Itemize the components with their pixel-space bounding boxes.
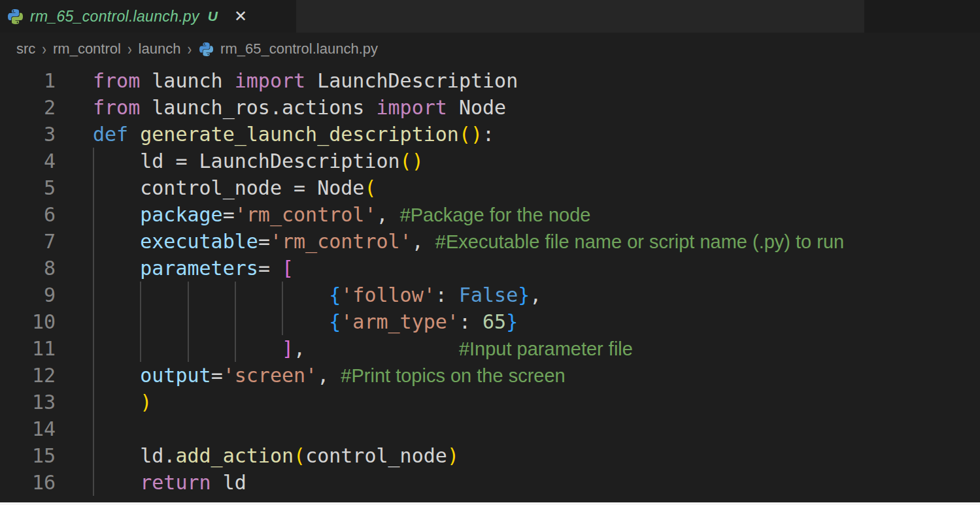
code-token: ): [140, 391, 152, 414]
line-number: 9: [0, 282, 56, 308]
code-line[interactable]: 4 ld = LaunchDescription(): [0, 148, 980, 174]
code-token: :: [459, 310, 482, 333]
code-token: [93, 391, 140, 414]
code-token: (: [294, 444, 305, 467]
code-line[interactable]: 3def generate_launch_description():: [0, 121, 980, 148]
code-token: :: [482, 123, 494, 146]
vscode-editor-window: rm_65_control.launch.py U ✕ src › rm_con…: [0, 0, 980, 505]
code-token: return: [140, 471, 211, 494]
code-token: }: [518, 284, 530, 306]
line-number: 5: [0, 174, 56, 201]
code-token: launch: [140, 69, 235, 92]
line-number: 15: [0, 442, 56, 469]
code-token: generate_launch_description: [140, 123, 459, 146]
code-token: {: [329, 284, 341, 306]
code-token: (: [364, 176, 376, 199]
code-content: {'arm_type': 65}: [93, 308, 518, 335]
line-number: 3: [0, 121, 56, 148]
code-token: control_node: [305, 444, 447, 467]
breadcrumb-item-file[interactable]: rm_65_control.launch.py: [220, 41, 378, 57]
line-number: 2: [0, 94, 56, 121]
line-number: 12: [0, 362, 56, 389]
python-file-icon: [199, 42, 213, 56]
line-number: 14: [0, 415, 56, 442]
code-token: False: [459, 284, 518, 306]
line-number: 8: [0, 255, 56, 282]
tab-filename: rm_65_control.launch.py: [30, 8, 199, 25]
code-token: package: [140, 203, 222, 226]
code-comment: #Package for the node: [400, 204, 591, 225]
code-content: control_node = Node(: [93, 174, 376, 201]
line-number: 16: [0, 469, 56, 496]
code-content: ld = LaunchDescription(): [93, 148, 424, 174]
code-content: from launch import LaunchDescription: [93, 67, 518, 94]
code-token: =: [258, 257, 282, 280]
code-content: def generate_launch_description():: [93, 121, 494, 148]
window-bottom-edge: [0, 502, 980, 505]
code-line[interactable]: 5 control_node = Node(: [0, 174, 980, 201]
line-number: 13: [0, 389, 56, 415]
code-line[interactable]: 14: [0, 415, 980, 442]
code-token: [93, 257, 140, 280]
code-token: [93, 284, 329, 306]
tab-rm-65-control-launch-py[interactable]: rm_65_control.launch.py U ✕: [0, 0, 296, 33]
code-token: 'follow': [341, 284, 435, 306]
code-token: 'arm_type': [341, 310, 459, 333]
code-token: ]: [282, 337, 294, 360]
code-editor[interactable]: 1from launch import LaunchDescription2fr…: [0, 67, 980, 496]
code-token: import: [376, 96, 447, 119]
code-line[interactable]: 2from launch_ros.actions import Node: [0, 94, 980, 121]
code-line[interactable]: 13 ): [0, 389, 980, 415]
code-token: 65: [482, 310, 506, 333]
code-token: ,: [294, 337, 459, 360]
line-number: 10: [0, 308, 56, 335]
line-number: 4: [0, 148, 56, 174]
breadcrumb-item-src[interactable]: src: [16, 41, 35, 57]
breadcrumb-item-rm-control[interactable]: rm_control: [53, 41, 121, 57]
code-token: }: [506, 310, 518, 333]
code-token: ,: [377, 203, 400, 226]
python-file-icon: [8, 9, 23, 24]
code-token: {: [329, 310, 341, 333]
code-token: Node: [447, 96, 506, 119]
code-token: from: [93, 69, 140, 92]
code-token: ,: [530, 284, 541, 306]
code-token: [128, 123, 140, 146]
code-token: add_action: [175, 444, 294, 467]
code-comment: #Executable file name or script name (.p…: [435, 231, 844, 252]
code-line[interactable]: 10 {'arm_type': 65}: [0, 308, 980, 335]
code-line[interactable]: 8 parameters= [: [0, 255, 980, 282]
code-line[interactable]: 12 output='screen', #Print topics on the…: [0, 362, 980, 389]
breadcrumb: src › rm_control › launch › rm_65_contro…: [16, 41, 378, 57]
code-token: parameters: [140, 257, 258, 280]
code-token: ld: [211, 471, 246, 494]
code-token: from: [93, 96, 140, 119]
code-content: package='rm_control', #Package for the n…: [93, 201, 590, 228]
code-token: [93, 471, 140, 494]
code-content: {'follow': False},: [93, 282, 541, 308]
code-content: ): [93, 389, 152, 415]
code-line[interactable]: 15 ld.add_action(control_node): [0, 442, 980, 469]
code-line[interactable]: 1from launch import LaunchDescription: [0, 67, 980, 94]
code-token: (): [459, 123, 482, 146]
breadcrumb-item-launch[interactable]: launch: [139, 41, 181, 57]
code-token: [: [282, 257, 294, 280]
code-token: (): [400, 150, 424, 172]
chevron-right-icon: ›: [127, 40, 133, 59]
code-token: :: [435, 284, 459, 306]
code-line[interactable]: 6 package='rm_control', #Package for the…: [0, 201, 980, 228]
code-token: 'screen': [223, 364, 318, 387]
chevron-right-icon: ›: [41, 40, 47, 59]
code-line[interactable]: 11 ], #Input parameter file: [0, 335, 980, 362]
code-token: [93, 310, 329, 333]
code-line[interactable]: 9 {'follow': False},: [0, 282, 980, 308]
code-line[interactable]: 16 return ld: [0, 469, 980, 496]
close-icon[interactable]: ✕: [234, 8, 247, 24]
code-content: output='screen', #Print topics on the sc…: [93, 362, 566, 389]
line-number: 1: [0, 67, 56, 94]
code-token: executable: [140, 230, 258, 253]
code-content: from launch_ros.actions import Node: [93, 94, 506, 121]
tab-bar-empty-corner: [864, 0, 980, 33]
code-content: parameters= [: [93, 255, 294, 282]
code-line[interactable]: 7 executable='rm_control', #Executable f…: [0, 228, 980, 255]
